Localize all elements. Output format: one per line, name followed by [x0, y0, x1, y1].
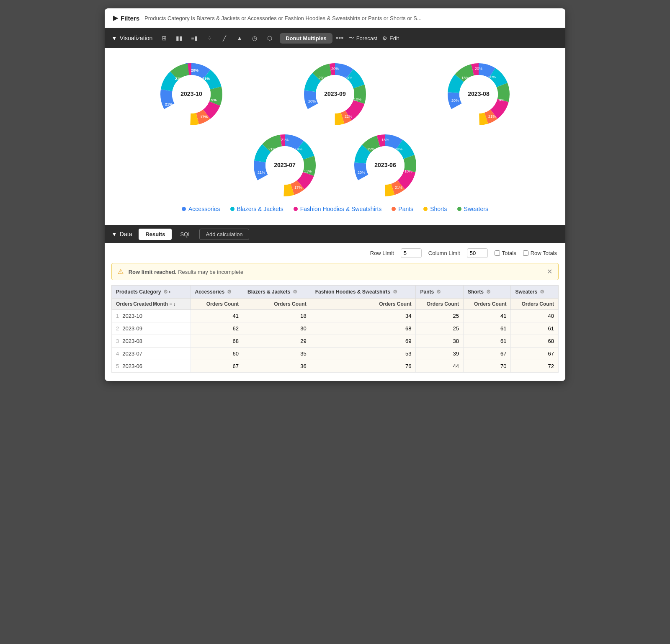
- viz-toolbar: ▼ Visualization ⊞ ▮▮ ≡▮ ⁘ ╱ ▲ ◷ ⬡ Donut …: [105, 28, 565, 48]
- results-table: Products Category ⚙ › Accessories ⚙ Blaz…: [111, 285, 559, 373]
- bar-icon-btn[interactable]: ▮▮: [173, 31, 186, 45]
- svg-text:20%: 20%: [331, 67, 339, 71]
- col-header-pants[interactable]: Pants ⚙: [416, 286, 463, 299]
- area-icon-btn[interactable]: ▲: [233, 31, 246, 45]
- svg-text:2023-07: 2023-07: [274, 162, 296, 168]
- donut-2023-08: 2023-08 18% 20% 9% 21% 11% 20% 20%: [445, 61, 512, 128]
- edit-btn[interactable]: ⚙ Edit: [382, 35, 399, 41]
- totals-checkbox-label[interactable]: Totals: [495, 250, 516, 256]
- col-sub-sweaters: Orders Count: [511, 299, 559, 310]
- table-icon-btn[interactable]: ⊞: [157, 31, 171, 45]
- scatter-icon-btn[interactable]: ⁘: [203, 31, 216, 45]
- cell-pants-5: 44: [416, 360, 463, 373]
- svg-text:21%: 21%: [165, 102, 173, 106]
- clock-icon-btn[interactable]: ◷: [248, 31, 261, 45]
- cell-sweaters-5: 72: [511, 360, 559, 373]
- col-gear-fhs[interactable]: ⚙: [393, 289, 397, 295]
- svg-text:20%: 20%: [319, 76, 326, 80]
- svg-text:21%: 21%: [268, 147, 276, 151]
- cell-sweaters-1: 40: [511, 310, 559, 322]
- svg-text:19%: 19%: [295, 147, 302, 151]
- cell-fhs-2: 68: [311, 322, 416, 335]
- col-header-shorts[interactable]: Shorts ⚙: [463, 286, 510, 299]
- col-gear-shorts[interactable]: ⚙: [486, 289, 491, 295]
- totals-label: Totals: [502, 250, 516, 256]
- legend-item-pants[interactable]: Pants: [392, 206, 413, 212]
- edit-icon: ⚙: [382, 35, 387, 41]
- svg-text:20%: 20%: [395, 147, 402, 151]
- col-header-blazers[interactable]: Blazers & Jackets ⚙: [243, 286, 311, 299]
- col-gear-bj[interactable]: ⚙: [293, 289, 297, 295]
- row-limit-input[interactable]: [401, 248, 422, 258]
- data-label: Data: [120, 231, 132, 237]
- col-gear-acc[interactable]: ⚙: [227, 289, 232, 295]
- cell-shorts-5: 70: [463, 360, 510, 373]
- tab-sql[interactable]: SQL: [173, 229, 198, 240]
- svg-text:20%: 20%: [345, 76, 352, 80]
- cell-acc-2: 62: [191, 322, 243, 335]
- cell-sweaters-4: 67: [511, 348, 559, 360]
- more-options-icon[interactable]: •••: [336, 34, 344, 43]
- sort-desc-icon: ↓: [173, 301, 175, 307]
- legend-item-fhs[interactable]: Fashion Hoodies & Sweatshirts: [294, 206, 382, 212]
- col-gear-products[interactable]: ⚙: [163, 289, 168, 295]
- table-row: 32023-08 68 29 69 38 61 68: [112, 335, 559, 348]
- cell-bj-4: 35: [243, 348, 311, 360]
- viz-toggle[interactable]: ▼ Visualization: [111, 35, 152, 41]
- row-totals-checkbox[interactable]: [523, 250, 528, 256]
- cell-pants-1: 25: [416, 310, 463, 322]
- sort-icon[interactable]: Month ≡: [153, 301, 172, 307]
- svg-text:2023-06: 2023-06: [374, 162, 396, 168]
- row-totals-checkbox-label[interactable]: Row Totals: [523, 250, 557, 256]
- map-icon-btn[interactable]: ⬡: [263, 31, 276, 45]
- tab-results[interactable]: Results: [139, 229, 172, 240]
- svg-text:2023-10: 2023-10: [180, 90, 202, 97]
- legend-item-shorts[interactable]: Shorts: [423, 206, 447, 212]
- controls-row: Row Limit Column Limit Totals Row Totals: [105, 243, 565, 263]
- col-gear-pants[interactable]: ⚙: [436, 289, 441, 295]
- svg-text:17%: 17%: [294, 185, 302, 190]
- sorted-bar-icon-btn[interactable]: ≡▮: [188, 31, 201, 45]
- table-body: 12023-10 41 18 34 25 41 40 22023-09 62 3…: [112, 310, 559, 373]
- donut-2023-07: 2023-07 21% 19% 11% 17% 12% 21% 21%: [251, 132, 318, 199]
- svg-text:11%: 11%: [463, 117, 471, 121]
- table-row: 42023-07 60 35 53 39 67 67: [112, 348, 559, 360]
- forecast-btn[interactable]: 〜 Forecast: [349, 34, 378, 42]
- svg-text:12%: 12%: [269, 189, 277, 193]
- totals-checkbox[interactable]: [495, 250, 500, 256]
- legend-item-blazers[interactable]: Blazers & Jackets: [230, 206, 283, 212]
- warning-content: ⚠ Row limit reached. Results may be inco…: [118, 268, 243, 276]
- row-totals-label: Row Totals: [531, 250, 557, 256]
- cell-shorts-3: 61: [463, 335, 510, 348]
- col-header-accessories[interactable]: Accessories ⚙: [191, 286, 243, 299]
- svg-text:20%: 20%: [451, 98, 459, 103]
- col-header-fhs[interactable]: Fashion Hoodies & Sweatshirts ⚙: [311, 286, 416, 299]
- legend-item-accessories[interactable]: Accessories: [182, 206, 220, 212]
- svg-text:9%: 9%: [499, 98, 505, 102]
- donut-chart-2023-07: 2023-07 21% 19% 11% 17% 12% 21% 21%: [251, 132, 318, 199]
- tab-add-calculation[interactable]: Add calculation: [199, 229, 249, 240]
- filters-label: Filters: [121, 15, 139, 22]
- cell-fhs-4: 53: [311, 348, 416, 360]
- cell-shorts-1: 41: [463, 310, 510, 322]
- col-header-sweaters[interactable]: Sweaters ⚙: [511, 286, 559, 299]
- data-toggle[interactable]: ▼ Data: [111, 231, 132, 237]
- legend-label-shorts: Shorts: [430, 206, 447, 212]
- svg-text:20%: 20%: [191, 68, 198, 72]
- legend-item-sweaters[interactable]: Sweaters: [457, 206, 488, 212]
- col-limit-input[interactable]: [467, 248, 488, 258]
- col-gear-sweaters[interactable]: ⚙: [540, 289, 544, 295]
- legend-label-fhs: Fashion Hoodies & Sweatshirts: [300, 206, 382, 212]
- svg-text:8%: 8%: [318, 118, 323, 122]
- donut-multiples-btn[interactable]: Donut Multiples: [280, 33, 332, 44]
- col-header-products-category[interactable]: Products Category ⚙ ›: [112, 286, 191, 299]
- col-sub-month[interactable]: Orders Created Month ≡ ↓: [112, 299, 191, 310]
- warning-close-icon[interactable]: ✕: [547, 268, 552, 276]
- filters-toggle[interactable]: ▶ Filters: [113, 14, 139, 22]
- table-row: 22023-09 62 30 68 25 61 61: [112, 322, 559, 335]
- legend-dot-pants: [392, 207, 396, 211]
- cell-bj-5: 36: [243, 360, 311, 373]
- cell-fhs-1: 34: [311, 310, 416, 322]
- col-sub-shorts: Orders Count: [463, 299, 510, 310]
- line-icon-btn[interactable]: ╱: [218, 31, 231, 45]
